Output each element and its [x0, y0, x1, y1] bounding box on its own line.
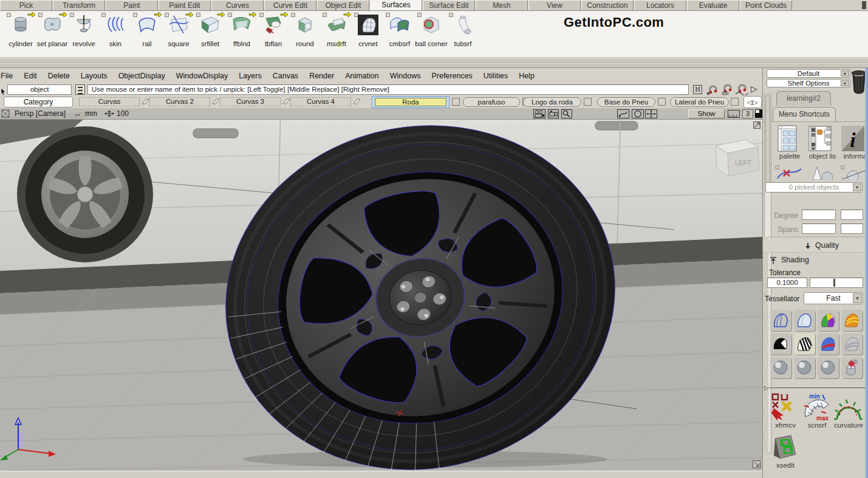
zoom-icon[interactable]	[561, 109, 572, 118]
viewport-resize-top-icon[interactable]	[753, 121, 760, 129]
menu-delete[interactable]: Delete	[43, 72, 75, 80]
tab-paint-edit[interactable]: Paint Edit	[159, 0, 211, 10]
tool-msdrft[interactable]: msdrft	[321, 11, 352, 57]
select-circle-icon[interactable]	[632, 109, 644, 118]
display-mode-dome_bluered-icon[interactable]	[818, 333, 839, 355]
display-mode-dome_color-icon[interactable]	[818, 310, 839, 331]
panel-tool-partial-1-icon[interactable]	[775, 165, 802, 180]
tool-setplanar[interactable]: set planar	[36, 11, 68, 57]
tab-paint[interactable]: Paint	[106, 0, 158, 10]
tool-round[interactable]: round	[289, 11, 321, 57]
tab-construction[interactable]: Construction	[581, 0, 634, 10]
tool-rail[interactable]: rail	[131, 11, 163, 57]
xsedit-button[interactable]: xsedit	[770, 432, 801, 469]
tab-learning[interactable]: learning#2	[776, 91, 831, 106]
ruler-icon[interactable]	[728, 109, 740, 118]
display-mode-zebra-icon[interactable]	[794, 333, 815, 355]
display-mode-sphere3-icon[interactable]	[818, 357, 839, 378]
menu-layouts[interactable]: Layouts	[75, 72, 113, 80]
tab-surface-edit[interactable]: Surface Edit	[423, 0, 475, 10]
tool-ballcorner[interactable]: ball corner	[415, 11, 447, 57]
snap-curve-icon[interactable]	[735, 84, 748, 95]
display-mode-dome_stripe-icon[interactable]	[841, 310, 863, 331]
tolerance-slider[interactable]	[810, 278, 863, 288]
menu-windowdisplay[interactable]: WindowDisplay	[171, 72, 233, 80]
menu-canvas[interactable]: Canvas	[267, 72, 304, 80]
pick-mode-select[interactable]: object	[7, 84, 72, 95]
viewport-units-label[interactable]: mm	[85, 109, 97, 118]
objlist-button[interactable]: object lis	[808, 125, 837, 160]
layer-checkbox[interactable]	[584, 98, 592, 106]
layer-tab-curvas-4[interactable]: Curvas 4	[290, 97, 351, 106]
curvature-button[interactable]: curvature	[833, 392, 864, 429]
layer-checkbox[interactable]	[452, 98, 460, 106]
slider-thumb[interactable]	[833, 279, 835, 287]
spans-field-1[interactable]	[802, 224, 836, 234]
display-mode-dome_silver-icon[interactable]	[841, 333, 863, 355]
tab-curve-edit[interactable]: Curve Edit	[264, 0, 316, 10]
shelf-options-dropdown[interactable]: Shelf Options ▼	[767, 79, 850, 87]
tab-menu-shortcuts[interactable]: Menu Shortcuts	[773, 107, 836, 121]
level-button[interactable]: 3	[742, 109, 753, 118]
tab-locators[interactable]: Locators	[634, 0, 686, 10]
layer-tab-parafuso[interactable]: parafuso	[463, 97, 520, 107]
layer-tab-curvas-3[interactable]: Curvas 3	[220, 97, 281, 106]
display-mode-sphere-icon[interactable]	[770, 357, 791, 378]
tab-object-edit[interactable]: Object Edit	[317, 0, 369, 10]
viewport-camera-label[interactable]: Persp [Camera]	[15, 109, 66, 118]
tab-transform[interactable]: Transform	[53, 0, 105, 10]
menu-edit[interactable]: Edit	[18, 72, 43, 80]
show-button[interactable]: Show	[688, 109, 725, 118]
tab-pick[interactable]: Pick	[0, 0, 52, 10]
menu-objectdisplay[interactable]: ObjectDisplay	[113, 72, 171, 80]
display-mode-sphere2-icon[interactable]	[794, 357, 815, 378]
tool-tbflan[interactable]: tbflan	[258, 11, 289, 57]
tool-cylinder[interactable]: cylinder	[5, 11, 36, 57]
panel-tool-partial-3-icon[interactable]	[841, 165, 867, 180]
view-cube[interactable]: LEFT	[716, 140, 759, 176]
film-camera-icon[interactable]	[533, 109, 545, 118]
tessellator-dropdown[interactable]: Fast ▼	[804, 292, 863, 304]
tab-mesh[interactable]: Mesh	[476, 0, 528, 10]
surface-tool-icon[interactable]	[617, 109, 629, 118]
panel-tool-partial-2-icon[interactable]	[808, 165, 835, 180]
layer-tab-roda-selected[interactable]: Roda	[372, 96, 449, 108]
menu-help[interactable]: Help	[513, 72, 540, 80]
menu-render[interactable]: Render	[304, 72, 340, 80]
tool-revolve[interactable]: revolve	[68, 11, 100, 57]
viewport-resize-bottom-icon[interactable]	[753, 460, 760, 468]
layer-tab-curvas-2[interactable]: Curvas 2	[149, 97, 210, 106]
layer-tab-lateral-do-pneu[interactable]: Lateral do Pneu	[670, 97, 729, 107]
menu-layers[interactable]: Layers	[233, 72, 267, 80]
tool-skin[interactable]: skin	[100, 11, 131, 57]
display-mode-dome_wire-icon[interactable]	[770, 310, 791, 331]
chevron-down-icon[interactable]: ▼	[853, 183, 861, 191]
prompt-expand-icon[interactable]: ▷	[751, 84, 757, 94]
xfrmcv-button[interactable]: xfrmcv	[770, 392, 801, 429]
layer-tab-base-do-pneu[interactable]: Base do Pneu	[597, 97, 655, 107]
category-button[interactable]: Category	[4, 97, 73, 108]
grid-size-value[interactable]: 100	[117, 109, 129, 118]
viewport-corner-icon[interactable]	[1, 109, 10, 118]
layer-checkbox[interactable]	[658, 98, 666, 106]
degree-field-2[interactable]	[841, 210, 863, 220]
menu-file[interactable]: File	[0, 72, 18, 80]
video-camera-icon[interactable]	[548, 109, 559, 118]
perspective-viewport[interactable]: LEFT Persp [Camera] ↔ mm 100 Show 3	[0, 108, 762, 471]
prompt-list-icon[interactable]	[75, 84, 85, 95]
prompt-input[interactable]: Use mouse or enter name of item to pick …	[87, 84, 689, 95]
snap-grid-icon[interactable]	[720, 84, 734, 95]
tolerance-value-field[interactable]: 0.1000	[767, 278, 807, 288]
chevron-down-icon[interactable]: ▼	[853, 293, 862, 303]
tool-srfillet[interactable]: srfillet	[194, 11, 226, 57]
tab-surfaces[interactable]: Surfaces	[370, 0, 422, 10]
divider-arrow-icon[interactable]: ▷	[764, 384, 769, 391]
tab-view[interactable]: View	[528, 0, 581, 10]
spans-field-2[interactable]	[841, 224, 863, 234]
history-button[interactable]: H	[693, 85, 702, 94]
degree-field-1[interactable]	[802, 210, 836, 220]
display-mode-shoe_bw-icon[interactable]	[770, 333, 791, 355]
shelf-select-dropdown[interactable]: Default ▼	[767, 69, 850, 78]
info-button[interactable]: iinforma	[841, 125, 868, 160]
layer-scroll-buttons[interactable]: ◁▷	[743, 96, 762, 108]
